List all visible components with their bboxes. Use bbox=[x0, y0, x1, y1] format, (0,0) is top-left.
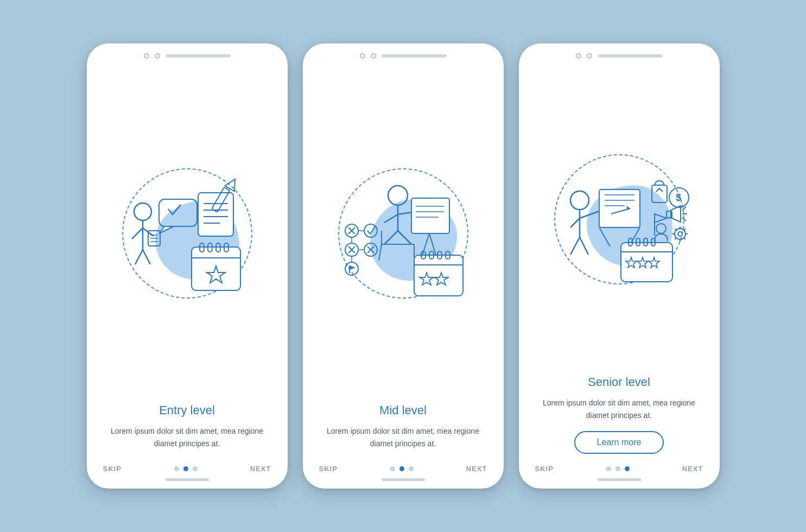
home-indicator-2 bbox=[382, 478, 425, 481]
status-dot-1 bbox=[144, 53, 149, 59]
next-button-2[interactable]: NEXT bbox=[466, 465, 487, 473]
dot-3-2 bbox=[615, 466, 620, 471]
mid-level-desc: Lorem ipsum dolor sit dim amet, mea regi… bbox=[319, 425, 487, 449]
learn-more-button[interactable]: Learn more bbox=[574, 431, 664, 454]
skip-button-3[interactable]: SKIP bbox=[535, 465, 554, 473]
dots-2 bbox=[390, 466, 414, 471]
svg-line-72 bbox=[570, 237, 580, 255]
svg-line-5 bbox=[143, 250, 150, 264]
status-dot-2 bbox=[155, 53, 160, 59]
svg-rect-19 bbox=[192, 247, 240, 290]
dot-2-1 bbox=[390, 466, 395, 471]
svg-line-89 bbox=[682, 207, 686, 210]
svg-rect-12 bbox=[198, 193, 233, 236]
next-button-1[interactable]: NEXT bbox=[250, 465, 271, 473]
status-bar-line-3 bbox=[598, 54, 663, 58]
senior-level-desc: Lorem ipsum dolor sit dim amet, mea regi… bbox=[535, 397, 703, 421]
svg-line-70 bbox=[580, 211, 599, 218]
bottom-nav-2: SKIP NEXT bbox=[303, 465, 504, 478]
svg-point-0 bbox=[134, 203, 151, 220]
dot-1-3 bbox=[193, 466, 198, 471]
svg-line-31 bbox=[398, 231, 411, 244]
dot-1-1 bbox=[174, 466, 179, 471]
content-area-1: Entry level Lorem ipsum dolor sit dim am… bbox=[87, 403, 288, 465]
home-indicator-1 bbox=[166, 478, 209, 481]
phones-container: Entry level Lorem ipsum dolor sit dim am… bbox=[87, 43, 720, 489]
status-bar-line bbox=[166, 54, 231, 58]
svg-line-101 bbox=[675, 238, 676, 239]
dot-2-2[interactable] bbox=[399, 466, 404, 471]
senior-level-illustration: $ bbox=[541, 146, 698, 293]
svg-point-68 bbox=[570, 191, 589, 210]
svg-point-26 bbox=[388, 186, 408, 205]
svg-marker-11 bbox=[159, 226, 174, 233]
svg-line-91 bbox=[682, 218, 686, 221]
svg-line-30 bbox=[384, 231, 398, 244]
entry-level-illustration bbox=[111, 160, 263, 307]
next-button-3[interactable]: NEXT bbox=[682, 465, 703, 473]
svg-line-102 bbox=[684, 229, 686, 230]
svg-point-46 bbox=[364, 224, 377, 237]
status-dot-5 bbox=[576, 53, 581, 59]
status-bar-3 bbox=[519, 43, 720, 63]
status-dot-4 bbox=[371, 53, 376, 59]
svg-line-2 bbox=[132, 228, 143, 239]
svg-rect-60 bbox=[414, 255, 463, 296]
phone-senior: $ bbox=[519, 43, 720, 489]
svg-line-4 bbox=[135, 250, 143, 264]
phone-entry: Entry level Lorem ipsum dolor sit dim am… bbox=[87, 43, 288, 489]
bottom-nav-1: SKIP NEXT bbox=[87, 465, 288, 478]
status-bar-line-2 bbox=[382, 54, 447, 58]
svg-point-92 bbox=[656, 224, 666, 233]
svg-line-71 bbox=[570, 218, 580, 227]
dot-2-3 bbox=[409, 466, 414, 471]
dot-3-3[interactable] bbox=[625, 466, 630, 471]
skip-button-1[interactable]: SKIP bbox=[103, 465, 122, 473]
status-dot-3 bbox=[360, 53, 365, 59]
svg-line-99 bbox=[675, 229, 676, 230]
svg-point-94 bbox=[678, 232, 682, 236]
status-dot-6 bbox=[587, 53, 592, 59]
content-area-3: Senior level Lorem ipsum dolor sit dim a… bbox=[519, 375, 720, 465]
dot-1-2[interactable] bbox=[183, 466, 188, 471]
mid-level-illustration bbox=[327, 160, 479, 307]
svg-marker-56 bbox=[350, 265, 356, 270]
dots-1 bbox=[174, 466, 198, 471]
svg-rect-10 bbox=[159, 199, 197, 226]
dot-3-1 bbox=[606, 466, 611, 471]
skip-button-2[interactable]: SKIP bbox=[319, 465, 338, 473]
dots-3 bbox=[606, 466, 630, 471]
bottom-nav-3: SKIP NEXT bbox=[519, 465, 720, 478]
svg-rect-32 bbox=[411, 198, 449, 233]
phone-mid: Mid level Lorem ipsum dolor sit dim amet… bbox=[303, 43, 504, 489]
svg-line-28 bbox=[384, 214, 398, 223]
home-indicator-3 bbox=[598, 478, 641, 481]
svg-marker-86 bbox=[655, 214, 667, 223]
illustration-area-1 bbox=[87, 63, 288, 403]
illustration-area-2 bbox=[303, 63, 504, 403]
mid-level-title: Mid level bbox=[319, 403, 487, 417]
entry-level-desc: Lorem ipsum dolor sit dim amet, mea regi… bbox=[103, 425, 271, 449]
svg-text:$: $ bbox=[676, 192, 681, 203]
svg-line-73 bbox=[580, 237, 588, 255]
svg-line-100 bbox=[684, 238, 686, 239]
status-bar-2 bbox=[303, 43, 504, 63]
svg-line-75 bbox=[599, 227, 610, 246]
senior-level-title: Senior level bbox=[535, 375, 703, 389]
content-area-2: Mid level Lorem ipsum dolor sit dim amet… bbox=[303, 403, 504, 465]
svg-line-40 bbox=[379, 244, 382, 261]
illustration-area-3: $ bbox=[519, 63, 720, 375]
entry-level-title: Entry level bbox=[103, 403, 271, 417]
status-bar-1 bbox=[87, 43, 288, 63]
